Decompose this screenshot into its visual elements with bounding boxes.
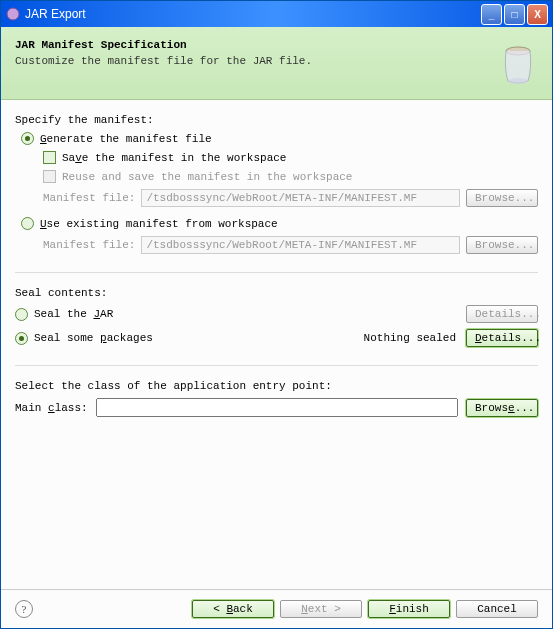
generate-manifest-radio[interactable]: Generate the manifest file: [21, 132, 538, 145]
titlebar[interactable]: JAR Export _ □ X: [1, 1, 552, 27]
manifest-file-label: Manifest file:: [43, 192, 135, 204]
wizard-header: JAR Manifest Specification Customize the…: [1, 27, 552, 100]
app-icon: [5, 6, 21, 22]
save-manifest-label: Save the manifest in the workspace: [62, 152, 286, 164]
next-button: Next >: [280, 600, 362, 618]
seal-label: Seal contents:: [15, 287, 538, 299]
seal-status: Nothing sealed: [364, 332, 456, 344]
divider: [15, 365, 538, 366]
close-button[interactable]: X: [527, 4, 548, 25]
main-class-input[interactable]: [96, 398, 458, 417]
manifest-label: Specify the manifest:: [15, 114, 538, 126]
save-manifest-check[interactable]: Save the manifest in the workspace: [43, 151, 538, 164]
checkbox-icon: [43, 151, 56, 164]
manifest-file-input: [141, 189, 460, 207]
entry-label: Select the class of the application entr…: [15, 380, 538, 392]
radio-icon: [15, 332, 28, 345]
svg-point-2: [508, 78, 528, 84]
use-existing-radio[interactable]: Use existing manifest from workspace: [21, 217, 538, 230]
checkbox-icon: [43, 170, 56, 183]
entry-section: Select the class of the application entr…: [15, 380, 538, 417]
help-button[interactable]: ?: [15, 600, 33, 618]
browse-manifest-button-2: Browse...: [466, 236, 538, 254]
main-class-label: Main class:: [15, 402, 88, 414]
reuse-manifest-label: Reuse and save the manifest in the works…: [62, 171, 352, 183]
radio-icon: [21, 132, 34, 145]
dialog-window: JAR Export _ □ X JAR Manifest Specificat…: [0, 0, 553, 629]
seal-jar-details-button: Details...: [466, 305, 538, 323]
radio-icon: [21, 217, 34, 230]
seal-some-details-button[interactable]: Details...: [466, 329, 538, 347]
seal-some-radio[interactable]: Seal some packages: [15, 332, 153, 345]
page-title: JAR Manifest Specification: [15, 39, 490, 51]
button-bar: ? < Back Next > Finish Cancel: [1, 589, 552, 628]
page-subtitle: Customize the manifest file for the JAR …: [15, 55, 490, 67]
jar-icon: [490, 39, 538, 87]
divider: [15, 272, 538, 273]
browse-main-class-button[interactable]: Browse...: [466, 399, 538, 417]
use-existing-label: Use existing manifest from workspace: [40, 218, 278, 230]
finish-button[interactable]: Finish: [368, 600, 450, 618]
svg-point-0: [7, 8, 19, 20]
manifest-file-input-2: [141, 236, 460, 254]
window-title: JAR Export: [25, 7, 481, 21]
manifest-file-label-2: Manifest file:: [43, 239, 135, 251]
seal-jar-radio[interactable]: Seal the JAR: [15, 308, 113, 321]
minimize-button[interactable]: _: [481, 4, 502, 25]
radio-icon: [15, 308, 28, 321]
content-area: Specify the manifest: Generate the manif…: [1, 100, 552, 589]
manifest-section: Specify the manifest: Generate the manif…: [15, 114, 538, 254]
seal-jar-label: Seal the JAR: [34, 308, 113, 320]
browse-manifest-button: Browse...: [466, 189, 538, 207]
back-button[interactable]: < Back: [192, 600, 274, 618]
reuse-manifest-check: Reuse and save the manifest in the works…: [43, 170, 538, 183]
generate-manifest-label: Generate the manifest file: [40, 133, 212, 145]
maximize-button[interactable]: □: [504, 4, 525, 25]
seal-section: Seal contents: Seal the JAR Details... S…: [15, 287, 538, 347]
seal-some-label: Seal some packages: [34, 332, 153, 344]
cancel-button[interactable]: Cancel: [456, 600, 538, 618]
